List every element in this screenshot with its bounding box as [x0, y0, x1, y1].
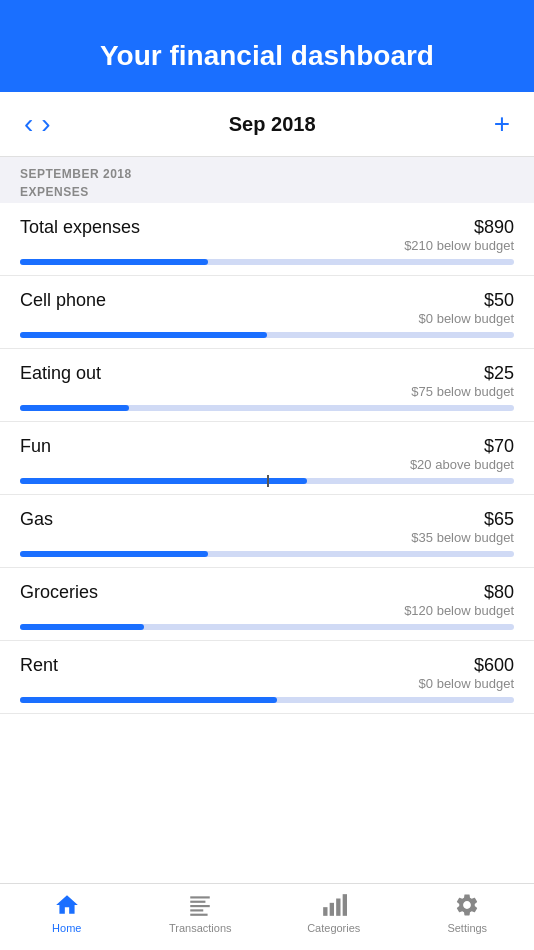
expense-amount: $25 — [411, 363, 514, 384]
svg-rect-4 — [191, 914, 208, 916]
expense-progress-bar — [20, 405, 514, 411]
expense-progress-bar — [20, 697, 514, 703]
expense-item: Fun $70 $20 above budget — [0, 422, 534, 495]
svg-rect-3 — [191, 909, 204, 911]
bottom-navigation: Home Transactions Categories Settings — [0, 883, 534, 950]
nav-categories[interactable]: Categories — [299, 892, 369, 934]
svg-rect-2 — [191, 905, 211, 907]
date-label: SEPTEMBER 2018 — [20, 167, 514, 181]
nav-home-label: Home — [52, 922, 81, 934]
expenses-section-label: EXPENSES — [20, 181, 514, 199]
expense-amount: $70 — [410, 436, 514, 457]
expense-budget-text: $20 above budget — [410, 457, 514, 472]
app-title: Your financial dashboard — [20, 40, 514, 72]
expense-item: Rent $600 $0 below budget — [0, 641, 534, 714]
svg-rect-6 — [329, 903, 333, 916]
expense-budget-text: $0 below budget — [419, 676, 514, 691]
nav-categories-label: Categories — [307, 922, 360, 934]
expense-progress-bar — [20, 259, 514, 265]
add-transaction-button[interactable]: + — [494, 108, 510, 140]
app-header: Your financial dashboard — [0, 0, 534, 92]
expense-amount: $50 — [419, 290, 514, 311]
expense-amount: $80 — [404, 582, 514, 603]
expense-amount: $890 — [404, 217, 514, 238]
nav-transactions[interactable]: Transactions — [165, 892, 235, 934]
nav-transactions-label: Transactions — [169, 922, 232, 934]
expense-name: Rent — [20, 655, 58, 676]
expense-budget-text: $35 below budget — [411, 530, 514, 545]
expense-item: Eating out $25 $75 below budget — [0, 349, 534, 422]
expense-name: Fun — [20, 436, 51, 457]
expense-amount: $600 — [419, 655, 514, 676]
svg-rect-0 — [191, 896, 211, 898]
svg-rect-5 — [323, 907, 327, 916]
expense-name: Groceries — [20, 582, 98, 603]
expense-progress-bar — [20, 551, 514, 557]
expense-amount: $65 — [411, 509, 514, 530]
settings-icon — [454, 892, 480, 918]
expense-progress-bar — [20, 332, 514, 338]
expense-item: Gas $65 $35 below budget — [0, 495, 534, 568]
expense-progress-bar — [20, 624, 514, 630]
expense-item: Groceries $80 $120 below budget — [0, 568, 534, 641]
transactions-icon — [187, 892, 213, 918]
expense-name: Eating out — [20, 363, 101, 384]
expense-name: Gas — [20, 509, 53, 530]
svg-rect-7 — [336, 899, 340, 916]
nav-settings-label: Settings — [447, 922, 487, 934]
main-content: SEPTEMBER 2018 EXPENSES Total expenses $… — [0, 157, 534, 883]
prev-month-button[interactable]: ‹ — [24, 108, 33, 140]
expense-item: Total expenses $890 $210 below budget — [0, 203, 534, 276]
expense-item: Cell phone $50 $0 below budget — [0, 276, 534, 349]
nav-home[interactable]: Home — [32, 892, 102, 934]
month-navigation: ‹ › Sep 2018 + — [0, 92, 534, 157]
expense-budget-text: $75 below budget — [411, 384, 514, 399]
home-icon — [54, 892, 80, 918]
expense-name: Cell phone — [20, 290, 106, 311]
expense-budget-text: $0 below budget — [419, 311, 514, 326]
expense-budget-text: $210 below budget — [404, 238, 514, 253]
expense-budget-text: $120 below budget — [404, 603, 514, 618]
categories-icon — [321, 892, 347, 918]
svg-rect-1 — [191, 901, 206, 903]
svg-rect-8 — [342, 894, 346, 916]
current-month: Sep 2018 — [229, 113, 316, 136]
expenses-list: Total expenses $890 $210 below budget Ce… — [0, 203, 534, 714]
expense-progress-bar — [20, 478, 514, 484]
section-date-header: SEPTEMBER 2018 EXPENSES — [0, 157, 534, 203]
expense-name: Total expenses — [20, 217, 140, 238]
nav-settings[interactable]: Settings — [432, 892, 502, 934]
next-month-button[interactable]: › — [41, 108, 50, 140]
